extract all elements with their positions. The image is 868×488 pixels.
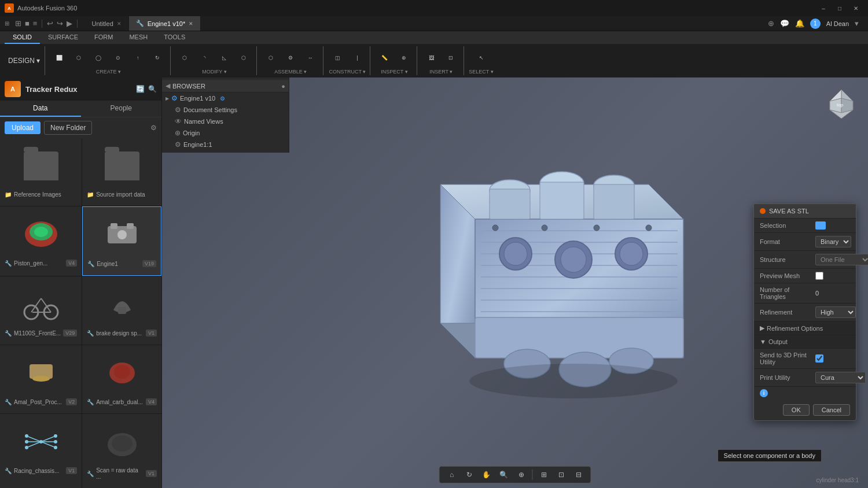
nav-data-btn[interactable]: Data (0, 101, 81, 117)
cancel-button[interactable]: Cancel (813, 404, 850, 416)
bt-snapshot-btn[interactable]: ⊟ (571, 468, 586, 481)
settings-icon[interactable]: ⚙ (150, 124, 157, 132)
browser-item-origin[interactable]: ⊕ Origin (162, 127, 289, 139)
mode-tab-mesh[interactable]: MESH (121, 31, 156, 44)
bt-zoomfit-btn[interactable]: ⊕ (514, 468, 529, 481)
amal-carb-svg (102, 356, 142, 390)
svg-point-23 (25, 434, 28, 438)
file-amal-post-thumb (5, 350, 77, 396)
view-cube[interactable]: top (824, 87, 859, 121)
create-ext-btn[interactable]: ↑ (128, 47, 147, 69)
left-nav: Data People (0, 101, 161, 117)
quick-undo-icon[interactable]: ↩ (47, 19, 53, 28)
nav-people-btn[interactable]: People (81, 101, 162, 117)
format-select[interactable]: Binary ASCII (815, 236, 851, 247)
assemble-joint-btn[interactable]: ⚙ (281, 47, 300, 69)
create-sph-btn[interactable]: ◯ (89, 47, 108, 69)
engine1-settings-icon[interactable]: ⚙ (220, 95, 225, 102)
maximize-button[interactable]: □ (832, 3, 847, 13)
modify-press-icon: ⬡ (182, 55, 187, 61)
inspect-measure-btn[interactable]: 📏 (375, 47, 393, 69)
browser-item-doc-settings[interactable]: ⚙ Document Settings (162, 104, 289, 116)
bottom-toolbar: ⌂ ↻ ✋ 🔍 ⊕ ⊞ ⊡ ⊟ (439, 466, 591, 483)
bt-home-btn[interactable]: ⌂ (444, 468, 459, 481)
file-amal-post[interactable]: 🔧 Amal_Post_Proc... V2 (0, 345, 82, 413)
topbar-dropdown-icon[interactable]: ▾ (855, 19, 859, 28)
bt-grid-btn[interactable]: ⊡ (554, 468, 569, 481)
file-m1100s[interactable]: 🔧 M1100S_FrontE... V29 (0, 276, 82, 345)
insert-decal-btn[interactable]: ⊡ (442, 47, 460, 69)
structure-select[interactable]: One File Multiple Files (815, 254, 868, 265)
topbar-bell-icon[interactable]: 🔔 (795, 19, 804, 28)
mode-tab-form[interactable]: FORM (86, 31, 121, 44)
create-box-btn[interactable]: ⬜ (50, 47, 68, 69)
file-amal-carb[interactable]: 🔧 Amal_carb_dual... V4 (82, 345, 161, 413)
quick-grid-icon[interactable]: ⊞ (15, 19, 21, 28)
file-racing-chassis[interactable]: 🔧 Racing_chassis... V1 (0, 414, 82, 488)
browser-toggle[interactable]: ◀ (165, 82, 170, 90)
create-rev-btn[interactable]: ↻ (148, 47, 167, 69)
bt-zoom-btn[interactable]: 🔍 (496, 468, 512, 481)
bt-orbit-btn[interactable]: ↻ (462, 468, 477, 481)
assemble-new-btn[interactable]: ⬡ (262, 47, 280, 69)
mode-tab-solid[interactable]: SOLID (5, 31, 40, 44)
browser-item-engine1[interactable]: ▶ ⚙ Engine1 v10 ⚙ (162, 93, 289, 104)
insert-canvas-btn[interactable]: 🖼 (422, 47, 440, 69)
create-tor-btn[interactable]: ⊙ (109, 47, 127, 69)
svg-point-6 (117, 230, 127, 239)
minimize-button[interactable]: – (816, 3, 831, 13)
modify-press-btn[interactable]: ⬡ (175, 47, 194, 69)
browser-item-engine1-1[interactable]: ⚙ Engine1:1 (162, 139, 289, 150)
topbar-chat-icon[interactable]: 💬 (780, 19, 789, 28)
design-dropdown[interactable]: DESIGN ▾ (3, 46, 45, 75)
print-utility-select[interactable]: Cura Simplify3D PrusaSlicer (815, 372, 866, 383)
quick-square-icon[interactable]: ■ (25, 19, 30, 28)
tab-untitled-close[interactable]: ✕ (117, 21, 122, 27)
file-engine1[interactable]: 🔧 Engine1 V19 (82, 206, 161, 276)
bt-pan-btn[interactable]: ✋ (479, 468, 494, 481)
folder-reference-images[interactable]: 📁 Reference Images (0, 138, 82, 206)
topbar-plus-icon[interactable]: ⊕ (768, 19, 774, 28)
browser-item-named-views[interactable]: 👁 Named Views (162, 116, 289, 127)
mode-tab-tools[interactable]: TOOLS (156, 31, 193, 44)
file-piston[interactable]: 🔧 Piston_gen... V4 (0, 206, 82, 276)
project-logo: A (5, 81, 21, 97)
refinement-label: Refinement (760, 309, 812, 316)
file-brake[interactable]: 🔧 brake design sp... V1 (82, 276, 161, 345)
selection-box[interactable] (815, 221, 826, 230)
browser-settings-icon[interactable]: ● (281, 83, 285, 90)
output-section-header[interactable]: ▼ Output (754, 335, 856, 349)
modify-shell-btn[interactable]: ⬡ (234, 47, 253, 69)
search-icon[interactable]: 🔍 (148, 85, 157, 93)
select-btn[interactable]: ↖ (472, 47, 491, 69)
preview-mesh-checkbox[interactable] (815, 272, 823, 280)
refinement-options-header[interactable]: ▶ Refinement Options (754, 321, 856, 335)
refresh-icon[interactable]: 🔄 (136, 85, 145, 93)
file-scan[interactable]: 🔧 Scan = raw data ... V1 (82, 414, 161, 488)
upload-button[interactable]: Upload (5, 121, 41, 134)
create-cyl-btn[interactable]: ⬡ (69, 47, 88, 69)
assemble-motion-btn[interactable]: ↔ (301, 47, 319, 69)
inspect-section-btn[interactable]: ⊕ (395, 47, 413, 69)
tab-engine1-close[interactable]: ✕ (189, 21, 193, 27)
viewport[interactable]: ◀ BROWSER ● ▶ ⚙ Engine1 v10 ⚙ ⚙ Document… (162, 77, 868, 488)
quick-menu-icon[interactable]: ≡ (33, 19, 38, 28)
quick-redo-icon[interactable]: ↪ (57, 19, 63, 28)
tab-engine1[interactable]: 🔧 Engine1 v10* ✕ (129, 16, 201, 31)
browser-header: ◀ BROWSER ● (162, 80, 289, 93)
tab-untitled[interactable]: Untitled ✕ (84, 16, 128, 31)
modify-fillet-btn[interactable]: ◝ (195, 47, 214, 69)
close-button[interactable]: ✕ (848, 3, 863, 13)
ok-button[interactable]: OK (783, 404, 810, 416)
send3d-checkbox[interactable] (815, 354, 823, 363)
mode-tab-surface[interactable]: SURFACE (40, 31, 86, 44)
bt-snapshot-icon: ⊟ (576, 471, 582, 479)
construct-axis-btn[interactable]: | (348, 47, 366, 69)
modify-chamfer-btn[interactable]: ◺ (215, 47, 233, 69)
construct-plane-btn[interactable]: ◫ (328, 47, 347, 69)
folder-source-import[interactable]: 📁 Source import data (82, 138, 161, 206)
quick-play-icon[interactable]: ▶ (67, 19, 72, 28)
refinement-select[interactable]: Low Medium High (815, 306, 856, 318)
new-folder-button[interactable]: New Folder (44, 121, 92, 135)
bt-display-btn[interactable]: ⊞ (536, 468, 551, 481)
